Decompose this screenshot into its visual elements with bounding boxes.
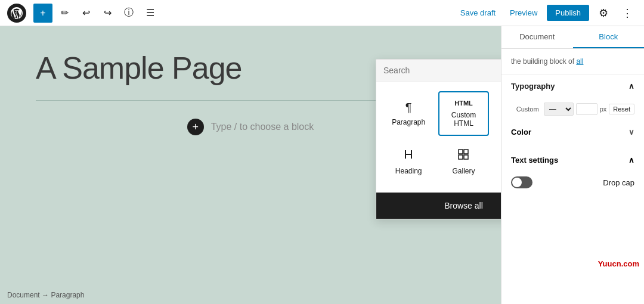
inserter-search-bar: 🔍: [376, 60, 501, 82]
px-label: px: [600, 106, 607, 113]
add-block-button[interactable]: +: [187, 119, 204, 135]
more-options-button[interactable]: ⋮: [618, 4, 637, 23]
breadcrumb-paragraph: Paragraph: [51, 291, 84, 299]
inserter-item-custom-html[interactable]: HTML Custom HTML: [438, 91, 488, 136]
redo-button[interactable]: ↪: [98, 4, 117, 23]
heading-label: Heading: [395, 167, 422, 175]
paragraph-label: Paragraph: [392, 118, 425, 126]
drop-cap-label: Drop cap: [603, 178, 634, 187]
add-block-toolbar-button[interactable]: +: [33, 4, 52, 23]
inserter-item-image[interactable]: Image: [494, 91, 501, 136]
gallery-icon: [457, 148, 469, 163]
sidebar-tabs: Document Block: [501, 26, 644, 49]
svg-rect-2: [459, 150, 463, 154]
block-description-section: the building block of all: [501, 49, 644, 75]
preview-button[interactable]: Preview: [505, 6, 542, 20]
info-icon: ⓘ: [124, 7, 134, 19]
color-section: Color ∨: [501, 120, 644, 148]
redo-icon: ↪: [104, 7, 112, 18]
tools-button[interactable]: ✏: [55, 4, 74, 23]
block-description: the building block of all: [511, 56, 634, 67]
inserter-item-paragraph[interactable]: ¶ Paragraph: [383, 91, 434, 136]
watermark: Yuucn.com: [598, 259, 639, 268]
custom-size-input[interactable]: [576, 103, 597, 115]
drop-cap-toggle[interactable]: [511, 176, 532, 188]
plus-icon: +: [40, 8, 45, 18]
custom-label: Custom: [511, 106, 539, 113]
wordpress-icon: [11, 7, 23, 19]
breadcrumb: Document → Paragraph: [7, 291, 84, 299]
tab-block[interactable]: Block: [573, 26, 645, 48]
gallery-label: Gallery: [452, 167, 475, 175]
undo-icon: ↩: [82, 7, 90, 18]
list-view-icon: ☰: [146, 7, 154, 18]
ellipsis-icon: ⋮: [622, 7, 633, 20]
publish-button[interactable]: Publish: [547, 5, 589, 21]
paragraph-icon: ¶: [405, 101, 412, 114]
color-section-header[interactable]: Color ∨: [511, 128, 634, 137]
breadcrumb-document: Document: [7, 291, 40, 299]
reset-button[interactable]: Reset: [609, 104, 634, 114]
svg-rect-5: [464, 155, 468, 159]
wp-logo[interactable]: [7, 4, 26, 23]
chevron-up-icon: ∧: [628, 82, 634, 91]
text-settings-label: Text settings: [511, 156, 558, 165]
custom-html-label: Custom HTML: [444, 111, 482, 128]
gear-icon: ⚙: [599, 7, 608, 20]
toolbar-right: Save draft Preview Publish ⚙ ⋮: [456, 4, 637, 23]
plus-icon: +: [192, 121, 199, 134]
inserter-item-gallery[interactable]: Gallery: [438, 141, 488, 183]
inserter-grid: ¶ Paragraph HTML Custom HTML: [376, 82, 501, 193]
font-size-select[interactable]: —: [544, 103, 574, 116]
inserter-search-input[interactable]: [383, 66, 501, 75]
svg-rect-4: [459, 155, 463, 159]
editor-area: A Sample Page + Type / to choose a block…: [0, 26, 501, 304]
undo-button[interactable]: ↩: [76, 4, 95, 23]
description-link[interactable]: all: [576, 57, 583, 66]
placeholder-text: Type / to choose a block: [211, 122, 314, 132]
typography-section-header[interactable]: Typography ∧: [501, 75, 644, 98]
description-text: the building block of: [511, 57, 576, 66]
browse-all-button[interactable]: Browse all: [376, 193, 501, 219]
save-draft-button[interactable]: Save draft: [456, 6, 500, 20]
info-button[interactable]: ⓘ: [119, 4, 138, 23]
breadcrumb-sep: →: [42, 291, 49, 299]
toggle-knob: [512, 178, 522, 187]
main-toolbar: + ✏ ↩ ↪ ⓘ ☰ Save draft Preview Publish ⚙…: [0, 0, 644, 26]
heading-icon: [402, 148, 414, 163]
list-view-button[interactable]: ☰: [141, 4, 160, 23]
block-inserter-popup: 🔍 ¶ Paragraph HTML Custom HTML: [376, 59, 501, 219]
html-icon: HTML: [454, 100, 473, 107]
chevron-up-text-icon: ∧: [628, 156, 634, 165]
typography-custom-row: Custom — px Reset: [501, 98, 644, 120]
main-layout: A Sample Page + Type / to choose a block…: [0, 26, 644, 304]
color-label: Color: [511, 128, 531, 137]
custom-input-group: — px Reset: [544, 103, 634, 116]
toolbar-left: + ✏ ↩ ↪ ⓘ ☰: [7, 4, 160, 23]
svg-rect-3: [464, 150, 468, 154]
inserter-item-list[interactable]: List: [494, 141, 501, 183]
settings-button[interactable]: ⚙: [594, 4, 613, 23]
drop-cap-row: Drop cap: [501, 172, 644, 193]
text-settings-section: Text settings ∧ Drop cap: [501, 148, 644, 193]
inserter-item-heading[interactable]: Heading: [383, 141, 434, 183]
pencil-icon: ✏: [61, 7, 69, 18]
text-settings-header[interactable]: Text settings ∧: [501, 148, 644, 172]
tab-document[interactable]: Document: [501, 26, 573, 48]
typography-label: Typography: [511, 82, 555, 91]
chevron-down-icon: ∨: [628, 128, 634, 137]
